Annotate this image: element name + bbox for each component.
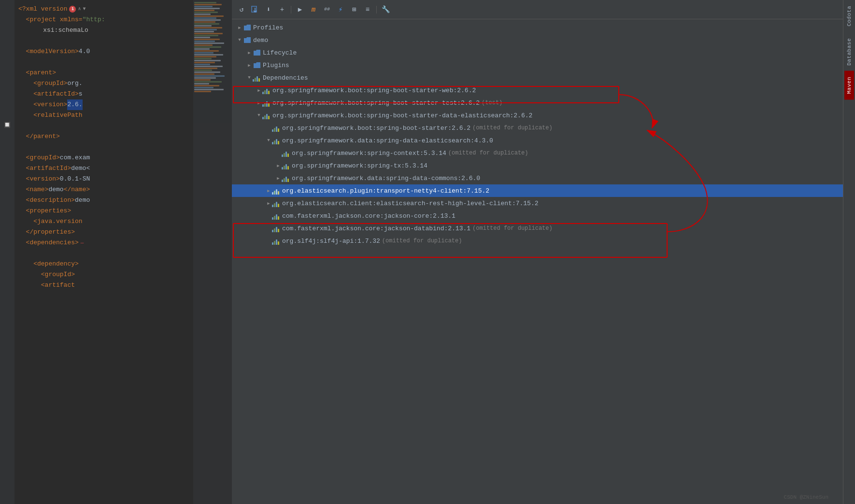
editor-gutter: 🔲 [0, 0, 14, 504]
dep-icon [272, 212, 280, 220]
tree-item-dep3-2-2[interactable]: ▶ org.springframework:spring-tx:5.3.14 [232, 159, 843, 172]
tree-item-label: org.elasticsearch.plugin:transport-netty… [282, 187, 489, 195]
folder-icon [253, 49, 261, 56]
dep-icon [253, 74, 261, 82]
tree-item-label: Plugins [263, 62, 289, 69]
tree-arrow: ▶ [245, 49, 253, 56]
tree-item-label: Lifecycle [263, 49, 297, 56]
folder-icon [243, 36, 251, 44]
tree-item-dep3[interactable]: ▼ org.springframework.boot:spring-boot-s… [232, 109, 843, 122]
dep-icon [263, 112, 271, 119]
dep-icon [272, 187, 280, 195]
tree-item-plugins[interactable]: ▶ Plugins [232, 59, 843, 71]
tree-arrow: ▶ [245, 61, 253, 69]
dep-icon [282, 174, 290, 182]
tree-item-lifecycle[interactable]: ▶ Lifecycle [232, 46, 843, 59]
tree-item-label: demo [253, 37, 268, 44]
import-button[interactable] [249, 4, 261, 15]
maven-tree: ▶ Profiles ▼ demo ▶ Lifecycle ▶ [232, 19, 843, 504]
watermark: CSDN @ZNineSun [784, 494, 828, 500]
tree-item-label: org.springframework.data:spring-data-com… [292, 175, 480, 182]
maven-panel: ↺ ⬇ + ▶ m ## ⚡ ⊞ ≡ 🔧 ▶ Profiles ▼ [232, 0, 843, 504]
dep-icon [263, 86, 271, 94]
test-badge: (test) [482, 99, 502, 106]
omit-badge: (omitted for duplicate) [472, 125, 553, 131]
tree-item-dep7[interactable]: ▶ com.fasterxml.jackson.core:jackson-dat… [232, 222, 843, 235]
dep-icon [272, 124, 280, 132]
tree-item-label: com.fasterxml.jackson.core:jackson-datab… [282, 225, 470, 232]
minimap [193, 0, 232, 504]
tree-item-label: org.springframework.boot:spring-boot-sta… [282, 125, 470, 132]
refresh-button[interactable]: ↺ [236, 4, 247, 15]
dep-icon [282, 162, 290, 169]
sidebar-tab-codota[interactable]: Codota [844, 0, 854, 32]
editor-panel: 🔲 <?xml version 1 ∧ ▼ <project xmlns="ht… [0, 0, 232, 504]
tree-item-demo[interactable]: ▼ demo [232, 34, 843, 46]
run-button[interactable]: ▶ [294, 4, 306, 15]
tree-item-label: org.elasticsearch.client:elasticsearch-r… [282, 200, 539, 207]
toggle-button[interactable]: ## [321, 4, 333, 15]
tree-item-profiles[interactable]: ▶ Profiles [232, 21, 843, 34]
sidebar-tab-database[interactable]: Database [844, 32, 854, 71]
tree-item-dep3-2[interactable]: ▼ org.springframework.data:spring-data-e… [232, 134, 843, 147]
dep-icon [272, 199, 280, 207]
tree-item-dep3-1[interactable]: ▶ org.springframework.boot:spring-boot-s… [232, 122, 843, 134]
maven-m-button[interactable]: m [308, 4, 319, 15]
toolbar-sep2 [376, 6, 377, 14]
tree-item-label: org.springframework:spring-tx:5.3.14 [292, 162, 428, 169]
tree-item-label: com.fasterxml.jackson.core:jackson-core:… [282, 212, 456, 220]
tree-item-label: Profiles [253, 24, 283, 31]
tree-item-dep8[interactable]: ▶ org.slf4j:slf4j-api:1.7.32 (omitted fo… [232, 235, 843, 247]
tree-item-label: org.springframework.boot:spring-boot-sta… [272, 87, 476, 94]
dep-icon [272, 224, 280, 232]
dep-icon [272, 137, 280, 144]
tree-arrow: ▶ [236, 24, 243, 31]
omit-badge: (omitted for duplicate) [472, 225, 553, 232]
toolbar-sep1 [291, 6, 291, 14]
tree-item-dep2[interactable]: ▶ org.springframework.boot:spring-boot-s… [232, 97, 843, 109]
tree-item-dep3-2-1[interactable]: ▶ org.springframework:spring-context:5.3… [232, 147, 843, 159]
omit-badge: (omitted for duplicate) [448, 150, 528, 156]
tree-item-label: org.springframework.data:spring-data-ela… [282, 137, 493, 144]
bolt-button[interactable]: ⚡ [335, 4, 346, 15]
tree-item-dep6[interactable]: ▶ com.fasterxml.jackson.core:jackson-cor… [232, 210, 843, 222]
sidebar-tab-maven[interactable]: Maven [844, 71, 854, 100]
dep-icon [263, 99, 271, 107]
folder-icon [243, 24, 251, 31]
tree-item-label: org.springframework.boot:spring-boot-sta… [272, 112, 532, 119]
error-badge: 1 [69, 6, 76, 13]
download-button[interactable]: ⬇ [263, 4, 274, 15]
tree-item-label: Dependencies [263, 74, 308, 82]
dep-icon [282, 149, 290, 157]
tree-item-label: org.slf4j:slf4j-api:1.7.32 [282, 238, 380, 245]
right-sidebar: Codota Database Maven [843, 0, 855, 504]
tree-item-dep4[interactable]: ▶ org.elasticsearch.plugin:transport-net… [232, 184, 843, 197]
folder-icon [253, 61, 261, 69]
list-button[interactable]: ≡ [362, 4, 373, 15]
grid-button[interactable]: ⊞ [348, 4, 360, 15]
settings-button[interactable]: 🔧 [380, 4, 391, 15]
tree-arrow: ▼ [236, 36, 243, 44]
add-button[interactable]: + [276, 4, 288, 15]
gutter-icon: 🔲 [3, 121, 11, 128]
tree-item-label: org.springframework.boot:spring-boot-sta… [272, 99, 480, 107]
tree-item-dep1[interactable]: ▶ org.springframework.boot:spring-boot-s… [232, 84, 843, 97]
maven-toolbar: ↺ ⬇ + ▶ m ## ⚡ ⊞ ≡ 🔧 [232, 0, 843, 19]
dep-icon [272, 237, 280, 245]
tree-item-label: org.springframework:spring-context:5.3.1… [292, 150, 446, 157]
omit-badge: (omitted for duplicate) [382, 238, 462, 244]
tree-item-dep5[interactable]: ▶ org.elasticsearch.client:elasticsearch… [232, 197, 843, 210]
tree-item-dependencies[interactable]: ▼ Dependencies [232, 71, 843, 84]
tree-item-dep3-2-3[interactable]: ▶ org.springframework.data:spring-data-c… [232, 172, 843, 184]
